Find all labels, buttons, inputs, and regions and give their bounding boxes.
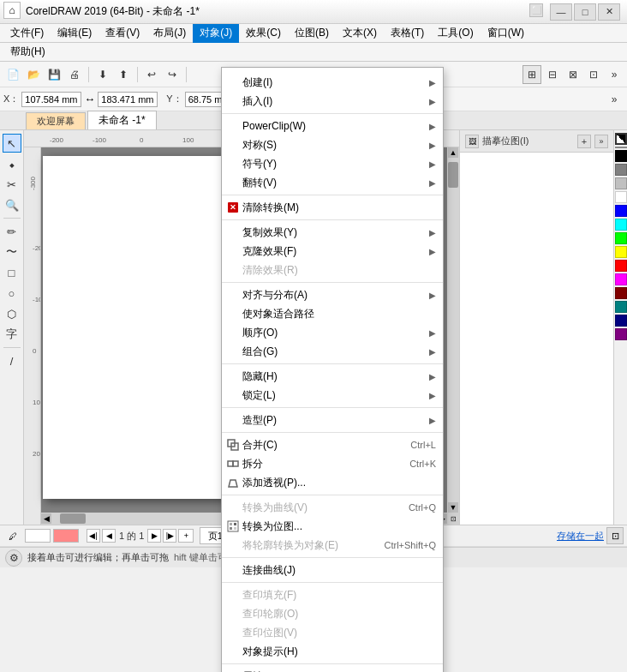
menu-object[interactable]: 对象(J) [193,24,239,43]
menu-order[interactable]: 顺序(O) ▶ [222,323,443,342]
maximize-button[interactable]: □ [574,3,596,21]
grid-button[interactable]: ⊟ [543,65,562,84]
menu-break[interactable]: 拆分 Ctrl+K [222,454,443,473]
tab-document[interactable]: 未命名 -1* [87,111,157,129]
menu-add-perspective[interactable]: 添加透视(P)... [222,473,443,492]
menu-shaping[interactable]: 造型(P) ▶ [222,411,443,429]
color-purple[interactable] [615,328,627,340]
color-yellow[interactable] [615,246,627,258]
prev-page-btn[interactable]: ◀ [102,529,116,543]
menu-symmetry[interactable]: 对称(S) ▶ [222,135,443,154]
last-page-btn[interactable]: |▶ [163,529,176,543]
menu-create[interactable]: 创建(I) ▶ [222,73,443,92]
menu-tools[interactable]: 工具(O) [431,24,480,43]
undo-button[interactable]: ↩ [142,65,161,84]
more-props-button[interactable]: » [605,90,624,109]
color-red[interactable] [615,260,627,272]
home-tab-icon[interactable]: ⌂ [3,2,21,19]
menu-bitmap[interactable]: 位图(B) [288,24,336,43]
menu-edit[interactable]: 编辑(E) [51,24,99,43]
menu-symbol[interactable]: 符号(Y) ▶ [222,154,443,173]
color-blue[interactable] [615,205,627,217]
menu-combine[interactable]: 合并(C) Ctrl+L [222,435,443,454]
color-black[interactable] [615,150,627,162]
x-coord-input[interactable] [21,92,81,107]
color-magenta[interactable] [615,273,627,285]
save-button[interactable]: 💾 [45,65,63,84]
vertical-scrollbar[interactable]: ▲ ▼ [447,147,459,513]
scroll-down-btn[interactable]: ▼ [448,502,458,513]
menu-file[interactable]: 文件(F) [3,24,51,43]
color-stroke-btn[interactable] [53,529,79,543]
color-teal[interactable] [615,301,627,313]
scroll-left-btn[interactable]: ◀ [41,513,51,524]
import-button[interactable]: ⬇ [93,65,112,84]
scrollbar-thumb-h[interactable] [60,513,86,524]
menu-clear-transform[interactable]: ✕ 清除转换(M) [222,198,443,217]
freehand-tool[interactable]: ✏ [3,222,21,241]
next-page-btn[interactable]: ▶ [147,529,161,543]
shape-tool[interactable]: ⬥ [3,154,21,173]
save-together-link[interactable]: 存储在一起 [557,530,604,543]
scrollbar-thumb-v[interactable] [448,162,458,188]
menu-fit-to-path[interactable]: 使对象适合路径 [222,304,443,323]
color-green[interactable] [615,232,627,244]
minimize-button[interactable]: — [550,3,572,21]
menu-text[interactable]: 文本(X) [336,24,384,43]
zoom-tool[interactable]: 🔍 [3,195,21,214]
zoom-to-fit-btn[interactable]: ⊡ [447,513,459,525]
ellipse-tool[interactable]: ○ [3,284,21,303]
rect-tool[interactable]: □ [3,263,21,282]
select-tool[interactable]: ↖ [3,134,21,153]
panel-add-button[interactable]: + [577,135,591,148]
first-page-btn[interactable]: ◀| [87,529,100,543]
panel-more-button[interactable]: » [594,135,608,148]
menu-join-curves[interactable]: 连接曲线(J) [222,561,443,579]
menu-convert-bitmap[interactable]: 转换为位图... [222,517,443,536]
menu-object-hints[interactable]: 对象提示(H) [222,642,443,661]
crop-tool[interactable]: ✂ [3,175,21,194]
foreground-color-swatch[interactable] [615,133,627,145]
print-button[interactable]: 🖨 [65,65,84,84]
color-navy[interactable] [615,315,627,327]
color-silver[interactable] [615,177,627,189]
menu-lock[interactable]: 锁定(L) ▶ [222,386,443,405]
menu-help[interactable]: 帮助(H) [3,43,52,62]
open-button[interactable]: 📂 [24,65,43,84]
menu-window[interactable]: 窗口(W) [481,24,531,43]
menu-effects[interactable]: 效果(C) [239,24,288,43]
color-white[interactable] [615,191,627,203]
redo-button[interactable]: ↪ [163,65,182,84]
snap-button[interactable]: ⊞ [522,65,541,84]
settings-icon[interactable]: ⚙ [5,549,22,567]
polygon-tool[interactable]: ⬡ [3,304,21,323]
w-input[interactable] [98,92,158,107]
color-gray[interactable] [615,164,627,176]
tab-welcome[interactable]: 欢迎屏幕 [26,112,86,129]
color-fill-btn[interactable] [25,529,51,543]
scroll-up-btn[interactable]: ▲ [448,147,458,158]
view-button[interactable]: ⊡ [584,65,603,84]
menu-align-distribute[interactable]: 对齐与分布(A) ▶ [222,285,443,304]
new-button[interactable]: 📄 [3,65,22,84]
menu-copy-effect[interactable]: 复制效果(Y) ▶ [222,223,443,242]
menu-table[interactable]: 表格(T) [384,24,431,43]
menu-view[interactable]: 查看(V) [99,24,146,43]
menu-hide[interactable]: 隐藏(H) ▶ [222,367,443,386]
restore-icon[interactable]: ⬜ [529,3,543,17]
menu-properties[interactable]: 属性 Alt+Enter [222,667,443,672]
close-button[interactable]: ✕ [598,3,620,21]
text-tool[interactable]: 字 [3,325,21,344]
artisticmedia-tool[interactable]: 〜 [3,243,21,261]
more-button[interactable]: » [605,65,624,84]
menu-flip[interactable]: 翻转(V) ▶ [222,173,443,192]
menu-group[interactable]: 组合(G) ▶ [222,342,443,361]
line-tool[interactable]: / [3,351,21,370]
menu-powerclip[interactable]: PowerClip(W) ▶ [222,117,443,135]
color-cyan[interactable] [615,219,627,231]
export-button[interactable]: ⬆ [114,65,133,84]
menu-layout[interactable]: 布局(J) [146,24,193,43]
color-maroon[interactable] [615,287,627,299]
add-page-btn[interactable]: + [178,529,194,543]
menu-clone-effect[interactable]: 克隆效果(F) ▶ [222,242,443,261]
